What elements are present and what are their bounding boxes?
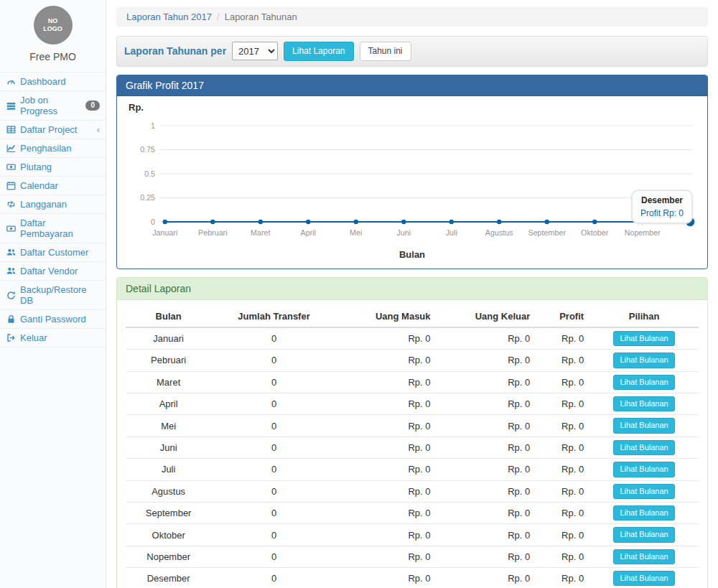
chart-point-mei[interactable]	[354, 219, 358, 224]
value-cell: 0	[211, 415, 337, 437]
month-cell: Juli	[126, 459, 211, 480]
chevron-left-icon: ‹	[97, 125, 100, 134]
report-table-head: BulanJumlah TransferUang MasukUang Kelua…	[126, 306, 699, 327]
this-year-button[interactable]: Tahun ini	[360, 42, 411, 61]
table-row: September0Rp. 0Rp. 0Rp. 0Lihat Bulanan	[126, 502, 699, 523]
x-tick-label: Mei	[350, 228, 362, 237]
value-cell: Rp. 0	[437, 546, 536, 567]
value-cell: Rp. 0	[337, 568, 437, 588]
sidebar-item-label: Ganti Password	[20, 314, 86, 325]
value-cell: Rp. 0	[536, 524, 589, 546]
y-tick-label: 0	[151, 218, 155, 226]
sidebar-item-label: Daftar Vendor	[20, 266, 78, 276]
money-icon	[6, 162, 16, 172]
lock-icon	[6, 314, 16, 325]
sidebar-item-daftar-vendor[interactable]: Daftar Vendor	[0, 262, 106, 281]
sidebar-item-daftar-customer[interactable]: Daftar Customer	[0, 243, 106, 262]
value-cell: Rp. 0	[437, 524, 536, 546]
chart-point-september[interactable]	[545, 219, 549, 224]
sidebar-item-backup-restore-db[interactable]: Backup/Restore DB	[0, 281, 106, 310]
lihat-bulanan-button[interactable]: Lihat Bulanan	[613, 484, 674, 499]
breadcrumb-link[interactable]: Laporan Tahun 2017	[126, 11, 212, 22]
value-cell: Rp. 0	[437, 480, 536, 502]
sidebar-item-langganan[interactable]: Langganan	[0, 195, 106, 214]
value-cell: 0	[211, 568, 337, 588]
table-row: Oktober0Rp. 0Rp. 0Rp. 0Lihat Bulanan	[126, 524, 699, 546]
profit-chart: 10.750.50.250JanuariPebruariMaretAprilMe…	[127, 116, 697, 249]
sidebar-item-keluar[interactable]: Keluar	[0, 329, 106, 347]
sidebar-item-dashboard[interactable]: Dashboard	[0, 73, 106, 91]
value-cell: Rp. 0	[337, 459, 437, 480]
lihat-bulanan-button[interactable]: Lihat Bulanan	[613, 353, 674, 368]
chart-point-januari[interactable]	[163, 219, 167, 224]
chart-body: Rp. 10.750.50.250JanuariPebruariMaretApr…	[117, 96, 707, 269]
sidebar-item-job-on-progress[interactable]: Job on Progress0	[0, 91, 106, 121]
value-cell: Rp. 0	[337, 546, 437, 567]
value-cell: Rp. 0	[437, 327, 536, 350]
action-cell: Lihat Bulanan	[589, 371, 699, 393]
chart-tooltip: Desember Profit Rp: 0	[631, 190, 693, 224]
value-cell: 0	[211, 371, 337, 393]
action-cell: Lihat Bulanan	[589, 502, 699, 523]
lihat-bulanan-button[interactable]: Lihat Bulanan	[613, 396, 674, 411]
lihat-bulanan-button[interactable]: Lihat Bulanan	[613, 375, 674, 390]
table-row: Juli0Rp. 0Rp. 0Rp. 0Lihat Bulanan	[126, 459, 699, 480]
lihat-bulanan-button[interactable]: Lihat Bulanan	[613, 462, 674, 477]
chart-point-juni[interactable]	[401, 219, 406, 224]
value-cell: 0	[211, 546, 337, 567]
value-cell: Rp. 0	[536, 371, 589, 393]
table-row: Desember0Rp. 0Rp. 0Rp. 0Lihat Bulanan	[126, 568, 699, 588]
action-cell: Lihat Bulanan	[589, 546, 699, 567]
table-row: Juni0Rp. 0Rp. 0Rp. 0Lihat Bulanan	[126, 437, 699, 458]
view-report-button[interactable]: Lihat Laporan	[284, 42, 353, 61]
sidebar-item-calendar[interactable]: Calendar	[0, 177, 106, 195]
chart-panel-title: Grafik Profit 2017	[117, 75, 707, 96]
month-cell: Mei	[126, 415, 211, 437]
value-cell: Rp. 0	[536, 393, 589, 414]
sidebar-item-daftar-pembayaran[interactable]: Daftar Pembayaran	[0, 214, 106, 243]
app-wrapper: NO LOGO Free PMO DashboardJob on Progres…	[0, 0, 718, 588]
value-cell: 0	[211, 437, 337, 458]
report-table: BulanJumlah TransferUang MasukUang Kelua…	[126, 306, 699, 588]
month-cell: Juni	[126, 437, 211, 458]
sidebar-item-piutang[interactable]: Piutang	[0, 158, 106, 177]
lihat-bulanan-button[interactable]: Lihat Bulanan	[613, 571, 674, 586]
lihat-bulanan-button[interactable]: Lihat Bulanan	[613, 331, 674, 346]
table-row: Maret0Rp. 0Rp. 0Rp. 0Lihat Bulanan	[126, 371, 699, 393]
chart-point-oktober[interactable]	[592, 219, 597, 224]
y-tick-label: 0.25	[140, 193, 155, 202]
lihat-bulanan-button[interactable]: Lihat Bulanan	[613, 527, 674, 542]
chart-point-maret[interactable]	[258, 219, 263, 224]
users-icon	[6, 266, 16, 276]
lihat-bulanan-button[interactable]: Lihat Bulanan	[613, 440, 674, 455]
table-row: Januari0Rp. 0Rp. 0Rp. 0Lihat Bulanan	[126, 327, 699, 350]
chart-point-pebruari[interactable]	[210, 219, 215, 224]
sidebar-item-daftar-project[interactable]: Daftar Project‹	[0, 121, 106, 139]
column-header-profit: Profit	[536, 306, 589, 327]
action-cell: Lihat Bulanan	[589, 568, 699, 588]
chart-point-juli[interactable]	[449, 219, 454, 224]
table-row: Nopember0Rp. 0Rp. 0Rp. 0Lihat Bulanan	[126, 546, 699, 567]
x-tick-label: Maret	[251, 228, 270, 237]
lihat-bulanan-button[interactable]: Lihat Bulanan	[613, 549, 674, 564]
brand-name: Free PMO	[0, 45, 106, 70]
year-select[interactable]: 2017	[232, 42, 278, 60]
action-cell: Lihat Bulanan	[589, 459, 699, 480]
filter-label: Laporan Tahunan per	[124, 45, 226, 57]
sidebar-item-ganti-password[interactable]: Ganti Password	[0, 310, 106, 329]
sidebar-item-penghasilan[interactable]: Penghasilan	[0, 139, 106, 158]
lihat-bulanan-button[interactable]: Lihat Bulanan	[613, 418, 674, 433]
report-table-body: Januari0Rp. 0Rp. 0Rp. 0Lihat BulananPebr…	[126, 327, 699, 588]
table-row: Pebruari0Rp. 0Rp. 0Rp. 0Lihat Bulanan	[126, 350, 699, 371]
value-cell: Rp. 0	[437, 393, 536, 414]
value-cell: Rp. 0	[437, 568, 536, 588]
lihat-bulanan-button[interactable]: Lihat Bulanan	[613, 505, 674, 521]
dashboard-icon	[6, 77, 16, 87]
profit-chart-panel: Grafik Profit 2017 Rp. 10.750.50.250Janu…	[116, 75, 708, 269]
refresh-icon	[6, 290, 16, 300]
chart-point-agustus[interactable]	[497, 219, 501, 224]
sidebar: NO LOGO Free PMO DashboardJob on Progres…	[0, 0, 106, 588]
column-header-uang-keluar: Uang Keluar	[437, 306, 536, 327]
chart-point-april[interactable]	[306, 219, 310, 224]
value-cell: Rp. 0	[536, 502, 589, 523]
